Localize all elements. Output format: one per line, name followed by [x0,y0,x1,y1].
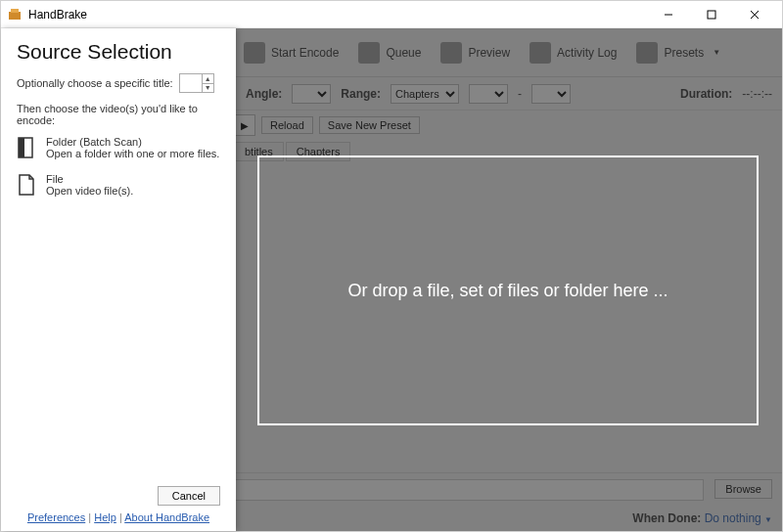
stepper-up-icon[interactable]: ▲ [203,74,213,84]
help-link[interactable]: Help [94,511,116,523]
svg-rect-7 [19,138,24,157]
svg-rect-0 [9,12,21,20]
file-desc: Open video file(s). [46,185,133,197]
title-number-input[interactable] [180,74,202,92]
minimize-button[interactable] [647,1,690,28]
svg-rect-3 [708,11,715,19]
cancel-button[interactable]: Cancel [158,486,220,506]
file-icon [17,173,36,197]
about-link[interactable]: About HandBrake [124,511,209,523]
svg-rect-1 [11,9,19,13]
source-option-folder[interactable]: Folder (Batch Scan) Open a folder with o… [17,136,220,159]
source-option-file[interactable]: File Open video file(s). [17,173,220,197]
close-button[interactable] [733,1,776,28]
panel-heading: Source Selection [17,40,220,64]
app-icon [7,7,23,22]
specific-title-label: Optionally choose a specific title: [17,77,173,89]
file-title: File [46,173,133,185]
footer-links: Preferences | Help | About HandBrake [17,511,220,523]
instruction-text: Then choose the video(s) you'd like to e… [17,103,220,126]
window-title: HandBrake [28,8,647,22]
titlebar: HandBrake [1,1,782,28]
folder-icon [17,136,36,159]
source-selection-panel: Source Selection Optionally choose a spe… [1,28,236,531]
maximize-button[interactable] [690,1,733,28]
stepper-down-icon[interactable]: ▼ [203,84,213,93]
folder-desc: Open a folder with one or more files. [46,148,219,159]
title-number-stepper[interactable]: ▲▼ [179,73,214,93]
drop-zone[interactable]: Or drop a file, set of files or folder h… [257,155,759,425]
drop-zone-text: Or drop a file, set of files or folder h… [347,281,668,301]
preferences-link[interactable]: Preferences [27,511,85,523]
folder-title: Folder (Batch Scan) [46,136,219,148]
